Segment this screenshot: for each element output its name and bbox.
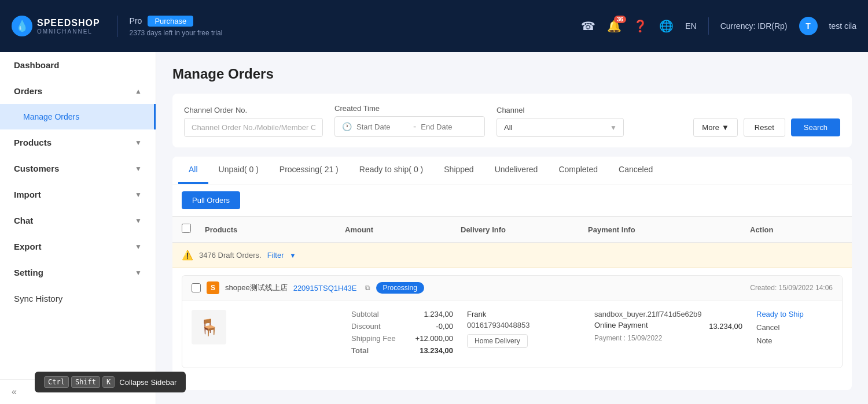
subtotal-label: Subtotal xyxy=(351,310,379,318)
tab-undelivered[interactable]: Undelivered xyxy=(484,157,549,184)
shipping-value: +12.000,00 xyxy=(415,334,453,343)
date-separator: - xyxy=(413,121,416,132)
orders-toolbar: Pull Orders xyxy=(172,184,852,217)
th-amount: Amount xyxy=(345,225,461,234)
logo-area: 💧 SPEEDSHOP OMNICHANNEL xyxy=(12,16,100,36)
collapse-tooltip: Ctrl Shift K Collapse Sidebar xyxy=(35,372,186,392)
filter-link[interactable]: Filter xyxy=(267,251,284,260)
draft-text: 3476 Draft Orders. xyxy=(199,251,262,260)
order-status-badge: Processing xyxy=(376,282,424,294)
plan-trial: 2373 days left in your free trial xyxy=(130,29,223,37)
sidebar-item-sync-history[interactable]: Sync History xyxy=(0,286,156,312)
sidebar-item-setting[interactable]: Setting ▼ xyxy=(0,260,156,286)
tab-shipped[interactable]: Shipped xyxy=(433,157,484,184)
logo-title: SPEEDSHOP xyxy=(37,18,100,28)
tab-ready-to-ship[interactable]: Ready to ship( 0 ) xyxy=(349,157,434,184)
sidebar-item-chat[interactable]: Chat ▼ xyxy=(0,207,156,233)
channel-filter-group: Channel All ▼ xyxy=(496,106,624,137)
order-amount: Subtotal 1.234,00 Discount -0,00 Shippin… xyxy=(344,301,460,368)
th-delivery: Delivery Info xyxy=(461,225,588,234)
topbar-right: ☎ 🔔 36 ❓ 🌐 EN Currency: IDR(Rp) T test c… xyxy=(581,17,856,35)
delivery-method: Home Delivery xyxy=(467,334,528,348)
reset-button[interactable]: Reset xyxy=(744,118,785,137)
created-time-filter-group: Created Time 🕐 - xyxy=(334,104,485,137)
topbar: 💧 SPEEDSHOP OMNICHANNEL Pro Purchase 237… xyxy=(0,0,868,52)
more-button[interactable]: More ▼ xyxy=(693,118,738,137)
shift-key: Shift xyxy=(71,376,100,388)
end-date-input[interactable] xyxy=(421,123,473,131)
order-checkbox[interactable] xyxy=(192,283,201,292)
logo-icon: 💧 xyxy=(12,16,32,36)
tab-processing[interactable]: Processing( 21 ) xyxy=(269,157,349,184)
logo-subtitle: OMNICHANNEL xyxy=(37,28,100,35)
total-label: Total xyxy=(351,346,369,355)
order-body: 🪑 Subtotal 1.234,00 Discount -0,00 xyxy=(182,301,842,368)
discount-value: -0,00 xyxy=(436,322,453,331)
delivery-phone: 001617934048853 xyxy=(467,321,580,329)
date-range-picker[interactable]: 🕐 - xyxy=(334,116,485,137)
action-ready-to-ship[interactable]: Ready to Ship xyxy=(756,310,835,318)
plan-badge[interactable]: Purchase xyxy=(148,16,193,27)
k-key: K xyxy=(102,376,115,388)
globe-icon[interactable]: 🌐 xyxy=(659,19,674,33)
product-icon: 🪑 xyxy=(199,318,219,337)
sidebar-item-customers[interactable]: Customers ▼ xyxy=(0,155,156,181)
kbd-group: Ctrl Shift K xyxy=(44,376,115,388)
tab-unpaid[interactable]: Unpaid( 0 ) xyxy=(208,157,269,184)
channel-select[interactable]: All xyxy=(496,118,624,137)
avatar[interactable]: T xyxy=(799,17,818,35)
select-all-input[interactable] xyxy=(182,224,191,233)
store-name: shopee测试线上店 xyxy=(225,283,288,293)
store-icon: S xyxy=(207,281,219,294)
support-icon[interactable]: ☎ xyxy=(581,19,595,33)
delivery-name: Frank xyxy=(467,310,580,318)
draft-notice: ⚠️ 3476 Draft Orders. Filter ▼ xyxy=(172,243,852,268)
filter-area: Channel Order No. Created Time 🕐 - Chann… xyxy=(172,94,852,147)
copy-icon[interactable]: ⧉ xyxy=(365,284,370,292)
topbar-divider xyxy=(708,17,709,35)
orders-submenu: Manage Orders xyxy=(0,104,156,129)
search-button[interactable]: Search xyxy=(791,118,840,136)
order-id[interactable]: 220915TSQ1H43E xyxy=(293,284,357,292)
sidebar-item-manage-orders[interactable]: Manage Orders xyxy=(0,104,156,129)
channel-order-filter-group: Channel Order No. xyxy=(184,106,323,137)
action-cancel[interactable]: Cancel xyxy=(756,323,835,332)
chevron-down-icon: ▼ xyxy=(135,191,142,199)
sidebar: Dashboard Orders ▲ Manage Orders Product… xyxy=(0,52,156,404)
sidebar-item-export[interactable]: Export ▼ xyxy=(0,233,156,260)
calendar-icon: 🕐 xyxy=(342,122,352,131)
order-header-left: S shopee测试线上店 220915TSQ1H43E ⧉ Processin… xyxy=(192,281,424,294)
notification-badge: 36 xyxy=(614,16,626,23)
chevron-down-icon: ▼ xyxy=(135,243,142,251)
channel-select-wrap: All ▼ xyxy=(496,118,624,137)
sidebar-item-orders[interactable]: Orders ▲ xyxy=(0,78,156,104)
channel-order-input[interactable] xyxy=(184,118,323,137)
tab-completed[interactable]: Completed xyxy=(548,157,608,184)
orders-panel: All Unpaid( 0 ) Processing( 21 ) Ready t… xyxy=(172,157,852,390)
order-delivery: Frank 001617934048853 Home Delivery xyxy=(460,301,587,368)
chevron-down-icon: ▼ xyxy=(135,165,142,173)
start-date-input[interactable] xyxy=(356,123,409,131)
action-note[interactable]: Note xyxy=(756,336,835,345)
tab-all[interactable]: All xyxy=(178,157,208,184)
order-card: S shopee测试线上店 220915TSQ1H43E ⧉ Processin… xyxy=(182,275,843,368)
help-icon[interactable]: ❓ xyxy=(633,19,648,33)
order-action: Ready to Ship Cancel Note xyxy=(749,301,842,368)
username-label: test cila xyxy=(829,21,856,31)
tab-canceled[interactable]: Canceled xyxy=(608,157,663,184)
pull-orders-button[interactable]: Pull Orders xyxy=(182,191,240,209)
collapse-tooltip-label: Collapse Sidebar xyxy=(119,378,176,387)
payment-buyer: sandbox_buyer.21ff741d5e62b9 xyxy=(594,310,742,318)
notifications-icon[interactable]: 🔔 36 xyxy=(607,19,621,33)
collapse-icon: « xyxy=(12,387,17,397)
language-label[interactable]: EN xyxy=(685,21,696,31)
sidebar-item-dashboard[interactable]: Dashboard xyxy=(0,52,156,78)
chevron-down-icon: ▼ xyxy=(135,269,142,277)
sidebar-item-import[interactable]: Import ▼ xyxy=(0,181,156,207)
chevron-down-icon: ▼ xyxy=(135,139,142,147)
main-content: Manage Orders Channel Order No. Created … xyxy=(156,52,868,404)
sidebar-item-products[interactable]: Products ▼ xyxy=(0,129,156,155)
page-title: Manage Orders xyxy=(172,66,852,82)
warning-icon: ⚠️ xyxy=(182,250,193,261)
select-all-checkbox[interactable] xyxy=(182,224,205,235)
